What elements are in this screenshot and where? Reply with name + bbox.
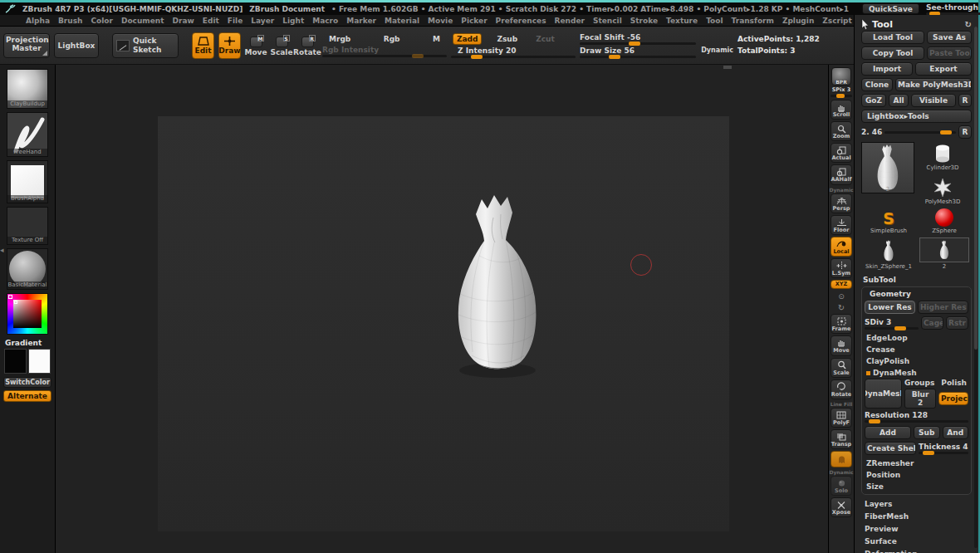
r-button[interactable]: R — [958, 94, 972, 107]
section-surface[interactable]: Surface — [861, 535, 972, 547]
document-canvas[interactable] — [56, 65, 829, 553]
section-preview[interactable]: Preview — [861, 522, 972, 535]
make-polymesh3d-button[interactable]: Make PolyMesh3D — [895, 78, 972, 91]
section-layers[interactable]: Layers — [861, 497, 972, 510]
menu-stroke[interactable]: Stroke — [626, 17, 662, 25]
shelf-floor-button[interactable]: Floor — [831, 215, 852, 235]
sdiv-handle[interactable] — [894, 326, 906, 330]
menu-texture[interactable]: Texture — [662, 17, 702, 25]
sculpt-model[interactable] — [436, 186, 559, 382]
menu-draw[interactable]: Draw — [169, 17, 198, 25]
menu-file[interactable]: File — [223, 17, 247, 25]
menu-layer[interactable]: Layer — [247, 17, 278, 25]
create-shell-button[interactable]: Create Shell — [865, 442, 916, 455]
tray-collapse-arrow[interactable]: ◂ — [0, 246, 4, 254]
rgb-intensity-slider[interactable]: Rgb Intensity — [322, 46, 447, 57]
shelf-polyf-button[interactable]: PolyF — [831, 408, 852, 428]
quick-sketch-button[interactable]: Quick Sketch — [112, 33, 179, 58]
shelf-scroll-button[interactable]: Scroll — [831, 100, 852, 120]
shelf-ghost-button[interactable] — [831, 451, 852, 467]
menu-brush[interactable]: Brush — [54, 17, 86, 25]
dynamesh-toggle-button[interactable]: DynaMesh — [865, 379, 902, 409]
menu-edit[interactable]: Edit — [198, 17, 223, 25]
menu-zscript[interactable]: Zscript — [818, 17, 856, 25]
shelf-local-button[interactable]: Local — [831, 237, 852, 257]
shelf-actual-button[interactable]: Actual — [831, 143, 852, 163]
draw-size-handle[interactable] — [609, 55, 620, 59]
lightbox-button[interactable]: LightBox — [54, 33, 99, 58]
geometry-section-header[interactable]: Geometry — [865, 290, 968, 301]
current-texture-thumbnail[interactable]: Texture Off — [7, 207, 48, 245]
load-tool-button[interactable]: Load Tool — [861, 31, 924, 44]
alternate-button[interactable]: Alternate — [3, 390, 51, 402]
rstr-button[interactable]: Rstr — [946, 316, 968, 330]
zadd-button[interactable]: Zadd — [453, 33, 482, 45]
dynamic-toggle[interactable]: Dynamic — [701, 46, 733, 54]
z-intensity-slider[interactable]: Z Intensity 20 — [451, 46, 576, 58]
lower-res-button[interactable]: Lower Res — [865, 301, 915, 314]
resolution-handle[interactable] — [869, 419, 880, 423]
bpr-render-button[interactable]: BPR — [831, 67, 851, 86]
shelf-rotate-button[interactable]: Rotate — [831, 379, 852, 399]
menu-stencil[interactable]: Stencil — [589, 17, 626, 25]
shelf-zoom-button[interactable]: Zoom — [831, 121, 852, 141]
pivot-reset-icon[interactable]: ⊙ — [835, 291, 848, 301]
export-button[interactable]: Export — [915, 62, 972, 76]
panel-scrollbar[interactable] — [974, 27, 978, 548]
dynamic-persp-label[interactable]: Dynamic — [829, 188, 853, 193]
shelf-scale-button[interactable]: Scale — [831, 358, 852, 378]
menu-color[interactable]: Color — [86, 17, 117, 25]
line-fill-label[interactable]: Line Fill — [831, 402, 853, 407]
crease-section-header[interactable]: Crease — [865, 344, 968, 355]
all-button[interactable]: All — [889, 94, 909, 107]
shelf-xpose-button[interactable]: Xpose — [831, 497, 852, 517]
m-button[interactable]: M — [429, 34, 443, 44]
mrgb-button[interactable]: Mrgb — [326, 34, 354, 44]
menu-transform[interactable]: Transform — [728, 17, 778, 25]
save-as-button[interactable]: Save As — [927, 31, 972, 44]
dynamesh-section-header[interactable]: DynaMesh — [865, 367, 968, 379]
lightbox-tools-button[interactable]: Lightbox▸Tools — [861, 110, 972, 123]
spix-slider[interactable]: SPix 3 — [831, 86, 852, 97]
move-button[interactable]: M Move — [245, 33, 267, 58]
size-section-header[interactable]: Size — [865, 481, 968, 492]
current-stroke-thumbnail[interactable]: FreeHand — [7, 112, 48, 157]
focal-shift-slider[interactable]: Focal Shift -56 — [580, 33, 733, 45]
resolution-slider[interactable]: Resolution 128 — [865, 411, 968, 423]
import-button[interactable]: Import — [861, 62, 913, 76]
scale-button[interactable]: S Scale — [271, 33, 292, 58]
sdiv-slider[interactable]: SDiv 3 — [865, 317, 919, 330]
see-through-slider[interactable]: See-through◆ — [926, 3, 980, 15]
zremesher-section-header[interactable]: ZRemesher — [865, 458, 968, 469]
menu-preferences[interactable]: Preferences — [492, 17, 551, 25]
tool-palette-header[interactable]: Tool ↻ — [861, 17, 972, 31]
claypolish-section-header[interactable]: ClayPolish — [865, 355, 968, 367]
shelf-frame-button[interactable]: Frame — [831, 314, 852, 334]
current-material-thumbnail[interactable]: BasicMaterial — [7, 248, 48, 290]
canvas-scroll-nub[interactable] — [723, 65, 733, 70]
gradient-label[interactable]: Gradient — [0, 338, 55, 349]
shelf-transp-button[interactable]: Transp — [831, 429, 852, 449]
tool-cylinder3d[interactable]: Cylinder3D PolyMesh3D — [914, 142, 971, 207]
shelf-persp-button[interactable]: Persp — [831, 193, 852, 213]
polish-toggle[interactable]: Polish — [941, 379, 967, 387]
section-fibermesh[interactable]: FiberMesh — [861, 510, 972, 522]
tool-scale-handle[interactable] — [940, 130, 952, 135]
rgb-intensity-handle[interactable] — [412, 54, 424, 58]
menu-tool[interactable]: Tool — [702, 17, 727, 25]
r2-button[interactable]: R — [958, 125, 972, 139]
menu-zplugin[interactable]: Zplugin — [778, 17, 818, 25]
edgeloop-section-header[interactable]: EdgeLoop — [865, 332, 968, 344]
z-intensity-handle[interactable] — [471, 55, 483, 59]
paste-tool-button[interactable]: Paste Tool — [927, 46, 972, 60]
quicksave-button[interactable]: QuickSave — [862, 3, 919, 14]
menu-render[interactable]: Render — [551, 17, 589, 25]
groups-toggle[interactable]: Groups — [904, 379, 934, 387]
tool-skin-zsphere[interactable]: Skin_ZSphere_1 — [861, 236, 916, 272]
menu-marker[interactable]: Marker — [342, 17, 380, 25]
spix-handle[interactable] — [836, 94, 845, 98]
current-brush-thumbnail[interactable]: ClayBuildup — [7, 69, 48, 109]
cage-button[interactable]: Cage — [921, 316, 943, 330]
zcut-button[interactable]: Zcut — [532, 34, 558, 44]
sub-button[interactable]: Sub — [914, 426, 940, 439]
